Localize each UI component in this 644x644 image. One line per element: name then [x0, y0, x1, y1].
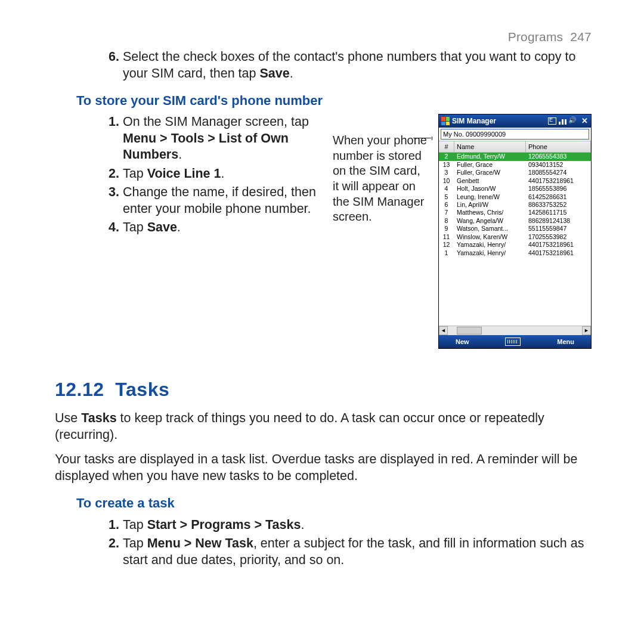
- cell-name: Edmund, Terry/W: [454, 153, 526, 160]
- paragraph: Your tasks are displayed in a task list.…: [55, 451, 592, 484]
- close-icon[interactable]: ✕: [580, 117, 589, 125]
- cell-index: 12: [439, 241, 454, 249]
- callout-caption: When your phone number is stored on the …: [333, 134, 427, 223]
- horizontal-scrollbar[interactable]: ◄ ►: [439, 326, 591, 335]
- cell-index: 2: [439, 153, 454, 160]
- cell-phone: 88633753252: [526, 201, 591, 209]
- cell-index: 6: [439, 201, 454, 209]
- scroll-thumb[interactable]: [457, 327, 482, 335]
- step-text: Tap Menu > New Task, enter a subject for…: [123, 535, 592, 568]
- section-title: 12.12 Tasks: [55, 377, 592, 402]
- section-number: 12.12: [55, 379, 104, 400]
- page-number: 247: [570, 30, 592, 44]
- scroll-right-button[interactable]: ►: [582, 326, 591, 335]
- status-icon: [548, 117, 556, 125]
- table-row[interactable]: 2Edmund, Terry/W12065554383: [439, 153, 591, 160]
- list-item: 2.Tap Voice Line 1.: [103, 166, 323, 182]
- table-row[interactable]: 13Fuller, Grace0934013152: [439, 161, 591, 169]
- cell-name: Wang, Angela/W: [454, 217, 526, 225]
- cell-phone: 12065554383: [526, 153, 591, 160]
- window-title: SIM Manager: [452, 117, 546, 126]
- sim-manager-screenshot: SIM Manager ✕ My No. 09009990009 # Name …: [438, 114, 592, 349]
- cell-index: 11: [439, 233, 454, 241]
- table-row[interactable]: 5Leung, Irene/W61425286631: [439, 193, 591, 201]
- step-text: Tap Save.: [123, 219, 323, 236]
- cell-index: 4: [439, 185, 454, 193]
- step-number: 2.: [103, 535, 119, 568]
- softkey-new[interactable]: New: [456, 338, 469, 346]
- subheading-store-sim: To store your SIM card's phone number: [76, 92, 592, 109]
- cell-phone: 61425286631: [526, 193, 591, 201]
- list-item: 6. Select the check boxes of the contact…: [103, 49, 592, 82]
- cell-phone: 18085554274: [526, 169, 591, 177]
- cell-name: Watson, Samant...: [454, 225, 526, 233]
- cell-index: 5: [439, 193, 454, 201]
- signal-icon: [559, 117, 567, 125]
- table-row[interactable]: 4Holt, Jason/W18565553896: [439, 185, 591, 193]
- col-index[interactable]: #: [439, 141, 454, 152]
- keyboard-icon[interactable]: [505, 338, 521, 346]
- title-bar: SIM Manager ✕: [439, 114, 591, 128]
- cell-index: 9: [439, 225, 454, 233]
- step-number: 4.: [103, 219, 119, 236]
- cell-phone: 55115559847: [526, 225, 591, 233]
- table-row[interactable]: 7Matthews, Chris/14258611715: [439, 209, 591, 216]
- subheading-create-task: To create a task: [76, 495, 592, 512]
- cell-index: 10: [439, 177, 454, 185]
- cell-index: 1: [439, 249, 454, 257]
- table-row[interactable]: 9Watson, Samant...55115559847: [439, 225, 591, 233]
- table-row[interactable]: 12Yamazaki, Henry/4401753218961: [439, 241, 591, 249]
- callout-line: [413, 138, 431, 138]
- col-phone[interactable]: Phone: [526, 141, 591, 152]
- cell-phone: 4401753218961: [526, 177, 591, 185]
- cell-phone: 4401753218961: [526, 241, 591, 249]
- step-text: Tap Voice Line 1.: [123, 166, 323, 182]
- cell-index: 7: [439, 209, 454, 216]
- page-header: Programs 247: [55, 30, 592, 44]
- scroll-left-button[interactable]: ◄: [439, 326, 448, 335]
- table-header: # Name Phone: [439, 141, 591, 153]
- list-item: 3.Change the name, if desired, then ente…: [103, 184, 323, 217]
- cell-index: 8: [439, 217, 454, 225]
- cell-name: Lin, April/W: [454, 201, 526, 209]
- table-row[interactable]: 1Yamazaki, Henry/4401753218961: [439, 249, 591, 257]
- col-name[interactable]: Name: [454, 141, 526, 152]
- cell-name: Matthews, Chris/: [454, 209, 526, 216]
- section-name: Tasks: [115, 379, 169, 400]
- softkey-menu[interactable]: Menu: [557, 338, 574, 346]
- cell-index: 3: [439, 169, 454, 177]
- step-text: Tap Start > Programs > Tasks.: [123, 517, 592, 534]
- cell-name: Yamazaki, Henry/: [454, 249, 526, 257]
- step-number: 3.: [103, 184, 119, 217]
- list-item: 1.Tap Start > Programs > Tasks.: [103, 517, 592, 534]
- table-row[interactable]: 10Genbett4401753218961: [439, 177, 591, 185]
- cell-name: Leung, Irene/W: [454, 193, 526, 201]
- cell-name: Genbett: [454, 177, 526, 185]
- scroll-track[interactable]: [448, 326, 582, 335]
- cell-name: Holt, Jason/W: [454, 185, 526, 193]
- cell-phone: 17025553982: [526, 233, 591, 241]
- table-row[interactable]: 8Wang, Angela/W886289124138: [439, 217, 591, 225]
- step-text: Select the check boxes of the contact's …: [123, 49, 592, 82]
- paragraph: Use Tasks to keep track of things you ne…: [55, 410, 592, 443]
- step-text: On the SIM Manager screen, tap Menu > To…: [123, 114, 323, 163]
- list-item: 1.On the SIM Manager screen, tap Menu > …: [103, 114, 323, 163]
- table-row[interactable]: 3Fuller, Grace/W18085554274: [439, 169, 591, 177]
- list-item: 4.Tap Save.: [103, 219, 323, 236]
- cell-name: Fuller, Grace: [454, 161, 526, 169]
- cell-name: Winslow, Karen/W: [454, 233, 526, 241]
- section-name: Programs: [508, 30, 564, 44]
- cell-phone: 886289124138: [526, 217, 591, 225]
- my-number-field[interactable]: My No. 09009990009: [441, 129, 589, 140]
- cell-index: 13: [439, 161, 454, 169]
- table-row[interactable]: 11Winslow, Karen/W17025553982: [439, 233, 591, 241]
- cell-phone: 14258611715: [526, 209, 591, 216]
- step-number: 6.: [103, 49, 119, 82]
- cell-phone: 4401753218961: [526, 249, 591, 257]
- cell-name: Yamazaki, Henry/: [454, 241, 526, 249]
- step-number: 1.: [103, 114, 119, 163]
- cell-phone: 0934013152: [526, 161, 591, 169]
- step-number: 2.: [103, 166, 119, 182]
- list-item: 2.Tap Menu > New Task, enter a subject f…: [103, 535, 592, 568]
- table-row[interactable]: 6Lin, April/W88633753252: [439, 201, 591, 209]
